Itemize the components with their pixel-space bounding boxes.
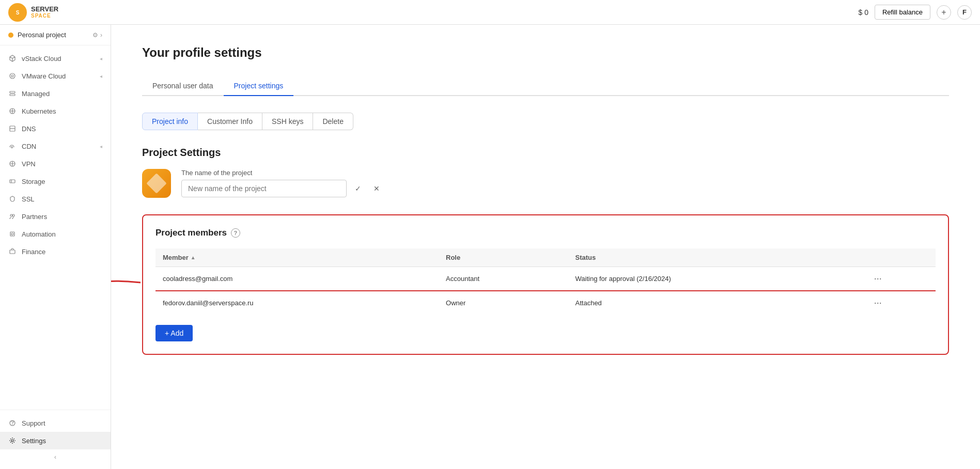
sidebar-item-ssl[interactable]: SSL — [0, 190, 111, 208]
sidebar-item-managed-label: Managed — [22, 90, 50, 98]
gear-icon[interactable]: ⚙ — [92, 32, 98, 39]
partners-icon — [8, 212, 17, 221]
project-name-input-row: ✓ ✕ — [181, 180, 384, 197]
svg-point-18 — [11, 233, 13, 235]
sidebar-item-vpn[interactable]: VPN — [0, 155, 111, 173]
sidebar-item-settings[interactable]: Settings — [0, 432, 111, 449]
confirm-button[interactable]: ✓ — [351, 181, 365, 196]
header-right: $ 0 Refill balance + F — [858, 5, 972, 20]
th-actions — [865, 248, 936, 267]
project-name-field: The name of the project ✓ ✕ — [181, 169, 384, 197]
balance-display: $ 0 — [858, 8, 868, 17]
th-role: Role — [439, 248, 568, 267]
member-actions-1: ··· — [865, 267, 936, 291]
svg-point-11 — [11, 147, 13, 148]
sidebar-item-dns[interactable]: DNS — [0, 120, 111, 137]
main-content: Your profile settings Personal user data… — [111, 25, 980, 469]
refill-balance-button[interactable]: Refill balance — [875, 5, 930, 20]
logo-text: SERVER SPACE — [31, 6, 58, 19]
support-icon — [8, 419, 17, 427]
svg-point-16 — [12, 214, 14, 216]
project-logo-diamond — [146, 173, 167, 194]
logo-server-label: SERVER — [31, 6, 58, 13]
svg-point-3 — [11, 75, 13, 77]
project-name-label: The name of the project — [181, 169, 384, 177]
tab-project-info[interactable]: Project info — [142, 113, 198, 130]
member-email-1: cooladress@gmail.com — [155, 267, 439, 291]
member-more-button-2[interactable]: ··· — [872, 298, 884, 308]
th-status: Status — [568, 248, 865, 267]
project-settings-title: Project Settings — [142, 147, 949, 159]
header: S SERVER SPACE $ 0 Refill balance + F — [0, 0, 980, 25]
tab-customer-info[interactable]: Customer Info — [198, 113, 262, 130]
member-status-1: Waiting for approval (2/16/2024) — [568, 267, 865, 291]
vmware-icon — [8, 72, 17, 80]
managed-icon — [8, 89, 17, 98]
members-title-text: Project members — [155, 228, 227, 238]
sidebar-item-vpn-label: VPN — [22, 160, 36, 168]
tab-ssh-keys[interactable]: SSH keys — [262, 113, 313, 130]
sidebar-item-kubernetes[interactable]: Kubernetes — [0, 102, 111, 120]
finance-icon — [8, 247, 17, 256]
cdn-icon — [8, 142, 17, 150]
sidebar-item-vstack[interactable]: vStack Cloud ◂ — [0, 50, 111, 67]
tab-project-settings[interactable]: Project settings — [224, 76, 294, 96]
table-header-row: Member ▲ Role Status — [155, 248, 936, 267]
sidebar-item-support-label: Support — [22, 419, 45, 427]
sidebar-item-vmware[interactable]: VMware Cloud ◂ — [0, 67, 111, 85]
sidebar-item-finance[interactable]: Finance — [0, 243, 111, 260]
kubernetes-icon — [8, 107, 17, 115]
project-icons: ⚙ › — [92, 32, 102, 39]
dns-icon — [8, 124, 17, 133]
sidebar-item-automation[interactable]: Automation — [0, 225, 111, 243]
tab-delete[interactable]: Delete — [313, 113, 353, 130]
members-table: Member ▲ Role Status cooladress@gmail.co… — [155, 248, 936, 315]
th-member: Member ▲ — [155, 248, 439, 267]
secondary-tabs: Project info Customer Info SSH keys Dele… — [142, 113, 949, 130]
sidebar-item-storage[interactable]: Storage — [0, 173, 111, 190]
avatar[interactable]: F — [957, 5, 972, 20]
sidebar-item-vstack-label: vStack Cloud — [22, 55, 61, 62]
svg-text:S: S — [16, 10, 20, 15]
sidebar-item-kubernetes-label: Kubernetes — [22, 107, 56, 115]
settings-icon — [8, 436, 17, 445]
vpn-icon — [8, 160, 17, 168]
help-icon[interactable]: ? — [231, 228, 240, 238]
project-logo — [142, 169, 171, 198]
member-role-1: Accountant — [439, 267, 568, 291]
header-left: S SERVER SPACE — [8, 3, 58, 22]
sidebar-project[interactable]: Perosnal project ⚙ › — [0, 25, 111, 45]
sidebar-item-vmware-label: VMware Cloud — [22, 72, 66, 80]
svg-rect-19 — [10, 250, 15, 254]
vstack-icon — [8, 54, 17, 62]
project-name-input[interactable] — [181, 180, 347, 197]
svg-point-15 — [10, 214, 12, 216]
sidebar: Perosnal project ⚙ › vStack Cloud ◂ VMwa… — [0, 25, 111, 469]
logo-space-label: SPACE — [31, 13, 58, 19]
sidebar-item-managed[interactable]: Managed — [0, 85, 111, 102]
member-more-button-1[interactable]: ··· — [872, 273, 884, 284]
vmware-arrow: ◂ — [100, 73, 102, 79]
sidebar-collapse-button[interactable]: ‹ — [0, 449, 111, 465]
add-member-button[interactable]: + Add — [155, 325, 193, 341]
cancel-button[interactable]: ✕ — [369, 181, 384, 196]
vstack-arrow: ◂ — [100, 56, 102, 61]
table-row: fedorov.daniil@serverspace.ru Owner Atta… — [155, 291, 936, 315]
sidebar-item-dns-label: DNS — [22, 125, 36, 133]
member-role-2: Owner — [439, 291, 568, 315]
svg-rect-5 — [10, 94, 15, 96]
storage-icon — [8, 177, 17, 185]
tab-personal-user-data[interactable]: Personal user data — [142, 76, 224, 96]
sidebar-item-partners[interactable]: Partners — [0, 208, 111, 225]
add-button-header[interactable]: + — [937, 5, 951, 20]
sidebar-item-cdn[interactable]: CDN ◂ — [0, 137, 111, 155]
sidebar-item-automation-label: Automation — [22, 230, 56, 238]
member-email-2: fedorov.daniil@serverspace.ru — [155, 291, 439, 315]
project-dot — [8, 33, 13, 38]
red-arrow — [111, 267, 143, 297]
page-title: Your profile settings — [142, 45, 949, 60]
sort-icon: ▲ — [191, 255, 196, 260]
sidebar-item-settings-label: Settings — [22, 437, 46, 445]
svg-rect-4 — [10, 91, 15, 93]
sidebar-item-support[interactable]: Support — [0, 414, 111, 432]
